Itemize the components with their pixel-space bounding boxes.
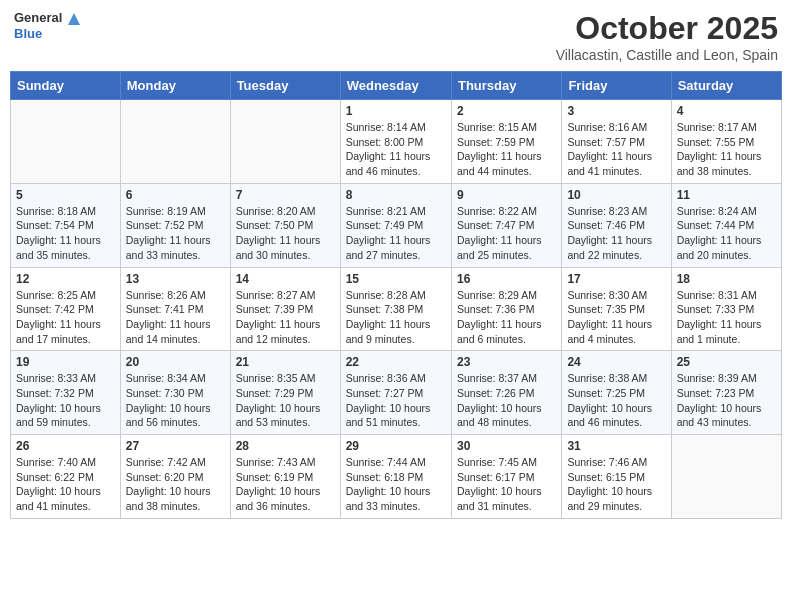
calendar-cell: 8Sunrise: 8:21 AM Sunset: 7:49 PM Daylig… (340, 183, 451, 267)
calendar-cell: 14Sunrise: 8:27 AM Sunset: 7:39 PM Dayli… (230, 267, 340, 351)
day-number: 17 (567, 272, 665, 286)
day-number: 26 (16, 439, 115, 453)
calendar-cell: 4Sunrise: 8:17 AM Sunset: 7:55 PM Daylig… (671, 100, 781, 184)
weekday-header-thursday: Thursday (451, 72, 561, 100)
day-number: 23 (457, 355, 556, 369)
weekday-header-friday: Friday (562, 72, 671, 100)
day-info: Sunrise: 8:15 AM Sunset: 7:59 PM Dayligh… (457, 120, 556, 179)
day-number: 21 (236, 355, 335, 369)
calendar-cell: 22Sunrise: 8:36 AM Sunset: 7:27 PM Dayli… (340, 351, 451, 435)
calendar-cell: 15Sunrise: 8:28 AM Sunset: 7:38 PM Dayli… (340, 267, 451, 351)
day-info: Sunrise: 8:38 AM Sunset: 7:25 PM Dayligh… (567, 371, 665, 430)
calendar-week-row: 5Sunrise: 8:18 AM Sunset: 7:54 PM Daylig… (11, 183, 782, 267)
calendar-cell: 19Sunrise: 8:33 AM Sunset: 7:32 PM Dayli… (11, 351, 121, 435)
day-info: Sunrise: 8:21 AM Sunset: 7:49 PM Dayligh… (346, 204, 446, 263)
calendar-cell: 1Sunrise: 8:14 AM Sunset: 8:00 PM Daylig… (340, 100, 451, 184)
logo: General Blue (14, 10, 81, 41)
day-info: Sunrise: 8:26 AM Sunset: 7:41 PM Dayligh… (126, 288, 225, 347)
calendar-cell (11, 100, 121, 184)
day-number: 14 (236, 272, 335, 286)
day-number: 2 (457, 104, 556, 118)
day-info: Sunrise: 8:36 AM Sunset: 7:27 PM Dayligh… (346, 371, 446, 430)
day-number: 22 (346, 355, 446, 369)
day-info: Sunrise: 8:25 AM Sunset: 7:42 PM Dayligh… (16, 288, 115, 347)
page-header: General Blue October 2025 Villacastin, C… (10, 10, 782, 63)
calendar-cell: 25Sunrise: 8:39 AM Sunset: 7:23 PM Dayli… (671, 351, 781, 435)
calendar-cell: 7Sunrise: 8:20 AM Sunset: 7:50 PM Daylig… (230, 183, 340, 267)
day-number: 20 (126, 355, 225, 369)
day-info: Sunrise: 7:44 AM Sunset: 6:18 PM Dayligh… (346, 455, 446, 514)
weekday-header-monday: Monday (120, 72, 230, 100)
day-info: Sunrise: 8:28 AM Sunset: 7:38 PM Dayligh… (346, 288, 446, 347)
calendar-cell: 21Sunrise: 8:35 AM Sunset: 7:29 PM Dayli… (230, 351, 340, 435)
day-info: Sunrise: 8:23 AM Sunset: 7:46 PM Dayligh… (567, 204, 665, 263)
calendar-cell (671, 435, 781, 519)
calendar-week-row: 19Sunrise: 8:33 AM Sunset: 7:32 PM Dayli… (11, 351, 782, 435)
calendar-week-row: 12Sunrise: 8:25 AM Sunset: 7:42 PM Dayli… (11, 267, 782, 351)
day-number: 27 (126, 439, 225, 453)
day-number: 6 (126, 188, 225, 202)
day-info: Sunrise: 8:24 AM Sunset: 7:44 PM Dayligh… (677, 204, 776, 263)
day-number: 15 (346, 272, 446, 286)
page-subtitle: Villacastin, Castille and Leon, Spain (556, 47, 778, 63)
day-info: Sunrise: 7:45 AM Sunset: 6:17 PM Dayligh… (457, 455, 556, 514)
calendar-cell: 2Sunrise: 8:15 AM Sunset: 7:59 PM Daylig… (451, 100, 561, 184)
day-number: 29 (346, 439, 446, 453)
calendar-cell: 11Sunrise: 8:24 AM Sunset: 7:44 PM Dayli… (671, 183, 781, 267)
day-number: 11 (677, 188, 776, 202)
calendar-cell: 24Sunrise: 8:38 AM Sunset: 7:25 PM Dayli… (562, 351, 671, 435)
weekday-header-sunday: Sunday (11, 72, 121, 100)
day-info: Sunrise: 8:37 AM Sunset: 7:26 PM Dayligh… (457, 371, 556, 430)
day-number: 28 (236, 439, 335, 453)
page-title: October 2025 (556, 10, 778, 47)
title-section: October 2025 Villacastin, Castille and L… (556, 10, 778, 63)
calendar-cell: 12Sunrise: 8:25 AM Sunset: 7:42 PM Dayli… (11, 267, 121, 351)
day-number: 3 (567, 104, 665, 118)
calendar-cell: 9Sunrise: 8:22 AM Sunset: 7:47 PM Daylig… (451, 183, 561, 267)
calendar-cell: 3Sunrise: 8:16 AM Sunset: 7:57 PM Daylig… (562, 100, 671, 184)
day-info: Sunrise: 8:20 AM Sunset: 7:50 PM Dayligh… (236, 204, 335, 263)
day-number: 18 (677, 272, 776, 286)
day-info: Sunrise: 7:40 AM Sunset: 6:22 PM Dayligh… (16, 455, 115, 514)
weekday-header-row: SundayMondayTuesdayWednesdayThursdayFrid… (11, 72, 782, 100)
weekday-header-saturday: Saturday (671, 72, 781, 100)
day-info: Sunrise: 8:29 AM Sunset: 7:36 PM Dayligh… (457, 288, 556, 347)
calendar-cell: 31Sunrise: 7:46 AM Sunset: 6:15 PM Dayli… (562, 435, 671, 519)
day-number: 24 (567, 355, 665, 369)
day-info: Sunrise: 8:39 AM Sunset: 7:23 PM Dayligh… (677, 371, 776, 430)
day-number: 25 (677, 355, 776, 369)
calendar-cell: 30Sunrise: 7:45 AM Sunset: 6:17 PM Dayli… (451, 435, 561, 519)
calendar-cell: 20Sunrise: 8:34 AM Sunset: 7:30 PM Dayli… (120, 351, 230, 435)
day-info: Sunrise: 7:46 AM Sunset: 6:15 PM Dayligh… (567, 455, 665, 514)
day-info: Sunrise: 8:18 AM Sunset: 7:54 PM Dayligh… (16, 204, 115, 263)
calendar-table: SundayMondayTuesdayWednesdayThursdayFrid… (10, 71, 782, 519)
logo-general-text: General (14, 10, 62, 25)
day-number: 16 (457, 272, 556, 286)
calendar-cell: 17Sunrise: 8:30 AM Sunset: 7:35 PM Dayli… (562, 267, 671, 351)
calendar-cell: 13Sunrise: 8:26 AM Sunset: 7:41 PM Dayli… (120, 267, 230, 351)
day-info: Sunrise: 8:30 AM Sunset: 7:35 PM Dayligh… (567, 288, 665, 347)
day-info: Sunrise: 8:34 AM Sunset: 7:30 PM Dayligh… (126, 371, 225, 430)
calendar-cell: 29Sunrise: 7:44 AM Sunset: 6:18 PM Dayli… (340, 435, 451, 519)
day-info: Sunrise: 7:43 AM Sunset: 6:19 PM Dayligh… (236, 455, 335, 514)
day-number: 10 (567, 188, 665, 202)
day-number: 31 (567, 439, 665, 453)
day-number: 19 (16, 355, 115, 369)
day-number: 9 (457, 188, 556, 202)
calendar-cell: 16Sunrise: 8:29 AM Sunset: 7:36 PM Dayli… (451, 267, 561, 351)
weekday-header-tuesday: Tuesday (230, 72, 340, 100)
day-info: Sunrise: 8:33 AM Sunset: 7:32 PM Dayligh… (16, 371, 115, 430)
weekday-header-wednesday: Wednesday (340, 72, 451, 100)
day-info: Sunrise: 8:31 AM Sunset: 7:33 PM Dayligh… (677, 288, 776, 347)
day-number: 4 (677, 104, 776, 118)
calendar-cell: 18Sunrise: 8:31 AM Sunset: 7:33 PM Dayli… (671, 267, 781, 351)
calendar-cell: 27Sunrise: 7:42 AM Sunset: 6:20 PM Dayli… (120, 435, 230, 519)
day-info: Sunrise: 7:42 AM Sunset: 6:20 PM Dayligh… (126, 455, 225, 514)
logo-blue-text: Blue (14, 26, 81, 42)
day-info: Sunrise: 8:17 AM Sunset: 7:55 PM Dayligh… (677, 120, 776, 179)
calendar-cell: 23Sunrise: 8:37 AM Sunset: 7:26 PM Dayli… (451, 351, 561, 435)
day-number: 8 (346, 188, 446, 202)
day-info: Sunrise: 8:35 AM Sunset: 7:29 PM Dayligh… (236, 371, 335, 430)
calendar-week-row: 1Sunrise: 8:14 AM Sunset: 8:00 PM Daylig… (11, 100, 782, 184)
day-info: Sunrise: 8:16 AM Sunset: 7:57 PM Dayligh… (567, 120, 665, 179)
